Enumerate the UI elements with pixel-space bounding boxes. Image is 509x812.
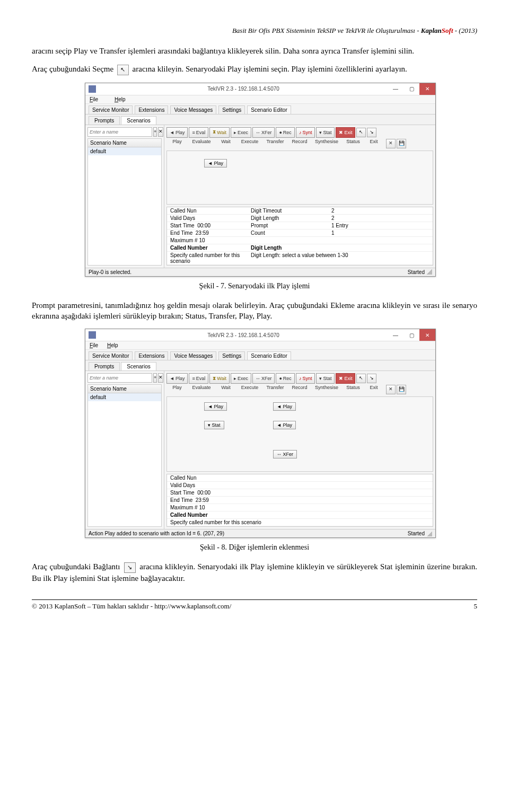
properties-panel: Called Nun Valid Days Start Time 00:00 E…: [166, 474, 433, 527]
subtab-prompts[interactable]: Prompts: [89, 116, 120, 125]
footer-page-number: 5: [474, 602, 478, 611]
statusbar: Action Play added to scenario with actio…: [85, 529, 435, 537]
actions-toolbar: ◄ Play ≡ Eval ⧗ Wait ▸ Exec ↔ XFer ● Rec…: [166, 127, 433, 138]
tab-service-monitor[interactable]: Service Monitor: [89, 351, 133, 360]
app-window-1: TekIVR 2.3 - 192.168.1.4:5070 — ▢ ✕ File…: [85, 83, 436, 277]
status-left: Action Play added to scenario with actio…: [89, 531, 224, 536]
tab-extensions[interactable]: Extensions: [135, 105, 168, 114]
action-stat[interactable]: ▾ Stat: [316, 373, 335, 384]
subtab-prompts[interactable]: Prompts: [89, 362, 120, 370]
titlebar: TekIVR 2.3 - 192.168.1.4:5070 — ▢ ✕: [85, 83, 435, 95]
action-xfer[interactable]: ↔ XFer: [252, 373, 275, 384]
action-rec[interactable]: ● Rec: [276, 127, 294, 138]
search-input[interactable]: [87, 373, 152, 383]
delete-scenario-button[interactable]: ✕: [158, 373, 163, 383]
scenario-canvas[interactable]: ◄ Play ◄ Play ▾ Stat ◄ Play ↔ XFer: [166, 396, 433, 472]
caption-2: Şekil - 8. Diğer işlemlerin eklenmesi: [32, 543, 477, 552]
canvas-node-xfer[interactable]: ↔ XFer: [273, 450, 297, 458]
paragraph-2: Araç çubuğundaki Seçme ↖ aracına klileyi…: [32, 64, 477, 75]
statusbar: Play-0 is selected. Started: [85, 268, 435, 276]
add-scenario-button[interactable]: +: [153, 373, 157, 383]
close-button[interactable]: ✕: [419, 329, 435, 341]
properties-panel: Called Nun Digit Timeout 2 Valid Days Di…: [166, 207, 433, 266]
titlebar: TekIVR 2.3 - 192.168.1.4:5070 — ▢ ✕: [85, 329, 435, 341]
action-rec[interactable]: ● Rec: [276, 373, 294, 384]
tab-service-monitor[interactable]: Service Monitor: [89, 105, 133, 114]
scenario-canvas[interactable]: ◄ Play: [166, 151, 433, 205]
action-eval[interactable]: ≡ Eval: [189, 127, 208, 138]
subtab-scenarios[interactable]: Scenarios: [121, 116, 156, 125]
menu-help[interactable]: Help: [115, 96, 133, 102]
scenario-list: Scenario Name default: [87, 138, 162, 266]
right-pane: ◄ Play ≡ Eval ⧗ Wait ▸ Exec ↔ XFer ● Rec…: [164, 125, 435, 268]
window-title: TekIVR 2.3 - 192.168.1.4:5070: [99, 332, 388, 338]
list-header: Scenario Name: [88, 139, 161, 147]
tab-scenario-editor[interactable]: Scenario Editor: [247, 351, 291, 360]
tab-extensions[interactable]: Extensions: [135, 351, 168, 360]
action-exit[interactable]: ✖ Exit: [336, 373, 355, 384]
link-tool-icon: ↘: [124, 562, 136, 573]
menu-file[interactable]: File: [90, 342, 98, 348]
status-left: Play-0 is selected.: [89, 269, 131, 275]
tab-settings[interactable]: Settings: [218, 105, 245, 114]
sub-tabs: Prompts Scenarios: [85, 114, 435, 125]
tab-voice-messages[interactable]: Voice Messages: [170, 351, 216, 360]
add-scenario-button[interactable]: +: [153, 127, 157, 137]
paragraph-3: Prompt parametresini, tanımladığınız hoş…: [32, 300, 477, 322]
save-button[interactable]: 💾: [397, 139, 406, 148]
close-button[interactable]: ✕: [419, 83, 435, 95]
list-item[interactable]: default: [88, 393, 161, 401]
action-synt[interactable]: ♪ Synt: [296, 373, 315, 384]
right-pane: ◄ Play ≡ Eval ⧗ Wait ▸ Exec ↔ XFer ● Rec…: [164, 371, 435, 529]
header-title: Basit Bir Ofis PBX Sisteminin TekSIP ve …: [232, 27, 421, 34]
left-pane: + ✕ Scenario Name default: [85, 371, 164, 529]
actions-toolbar: ◄ Play ≡ Eval ⧗ Wait ▸ Exec ↔ XFer ● Rec…: [166, 373, 433, 384]
action-play[interactable]: ◄ Play: [166, 127, 188, 138]
tab-voice-messages[interactable]: Voice Messages: [170, 105, 216, 114]
minimize-button[interactable]: —: [388, 83, 403, 95]
action-exec[interactable]: ▸ Exec: [231, 373, 251, 384]
app-window-2: TekIVR 2.3 - 192.168.1.4:5070 — ▢ ✕ File…: [85, 329, 436, 538]
save-button[interactable]: 💾: [397, 385, 406, 394]
canvas-node-play-2[interactable]: ◄ Play: [273, 402, 296, 411]
delete-action-button[interactable]: ✕: [386, 139, 396, 148]
list-header: Scenario Name: [88, 385, 161, 393]
action-play[interactable]: ◄ Play: [166, 373, 188, 384]
tab-settings[interactable]: Settings: [218, 351, 245, 360]
maximize-button[interactable]: ▢: [403, 83, 419, 95]
menu-file[interactable]: File: [90, 96, 106, 102]
canvas-node-play-3[interactable]: ◄ Play: [273, 421, 296, 429]
link-tool-button[interactable]: ↘: [367, 374, 376, 383]
menu-help[interactable]: Help: [107, 342, 118, 348]
resize-grip-icon[interactable]: [427, 269, 432, 275]
resize-grip-icon[interactable]: [427, 531, 432, 536]
tab-scenario-editor[interactable]: Scenario Editor: [247, 105, 291, 114]
footer-left: © 2013 KaplanSoft – Tüm hakları saklıdır…: [32, 602, 231, 611]
select-tool-button[interactable]: ↖: [356, 374, 366, 383]
action-stat[interactable]: ▾ Stat: [316, 127, 335, 138]
action-exit[interactable]: ✖ Exit: [336, 127, 355, 138]
scenario-list: Scenario Name default: [87, 384, 162, 527]
link-tool-button[interactable]: ↘: [367, 128, 376, 137]
select-tool-button[interactable]: ↖: [356, 128, 366, 137]
action-eval[interactable]: ≡ Eval: [189, 373, 208, 384]
page-header: Basit Bir Ofis PBX Sisteminin TekSIP ve …: [32, 27, 477, 35]
action-wait[interactable]: ⧗ Wait: [209, 373, 230, 384]
action-xfer[interactable]: ↔ XFer: [252, 127, 275, 138]
left-pane: + ✕ Scenario Name default: [85, 125, 164, 268]
minimize-button[interactable]: —: [388, 329, 403, 341]
action-synt[interactable]: ♪ Synt: [296, 127, 315, 138]
subtab-scenarios[interactable]: Scenarios: [121, 362, 156, 370]
list-item[interactable]: default: [88, 147, 161, 155]
delete-scenario-button[interactable]: ✕: [158, 127, 163, 137]
canvas-node-play[interactable]: ◄ Play: [204, 159, 227, 167]
canvas-node-play-1[interactable]: ◄ Play: [204, 402, 227, 411]
maximize-button[interactable]: ▢: [403, 329, 419, 341]
action-wait[interactable]: ⧗ Wait: [209, 127, 230, 138]
action-exec[interactable]: ▸ Exec: [231, 127, 251, 138]
canvas-node-stat[interactable]: ▾ Stat: [204, 421, 224, 429]
status-right: Started: [408, 531, 425, 536]
search-input[interactable]: [87, 127, 152, 137]
delete-action-button[interactable]: ✕: [386, 385, 396, 394]
paragraph-1: aracını seçip Play ve Transfer işlemleri…: [32, 46, 477, 56]
